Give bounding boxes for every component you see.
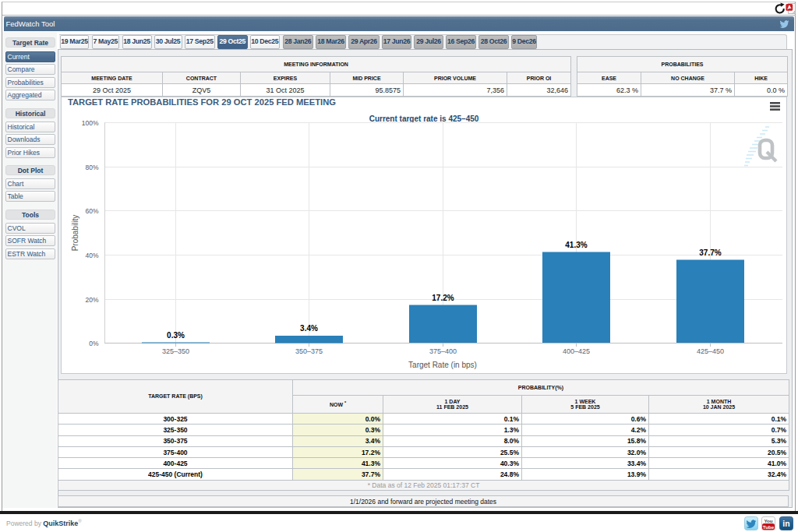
svg-text:40%: 40% [85, 252, 98, 259]
svg-text:in: in [782, 519, 789, 528]
svg-text:60%: 60% [85, 207, 98, 215]
svg-text:400–425: 400–425 [563, 347, 590, 355]
svg-text:425–450: 425–450 [697, 347, 724, 355]
svg-text:37.7%: 37.7% [699, 248, 721, 257]
svg-text:41.3%: 41.3% [565, 241, 587, 249]
svg-text:100%: 100% [82, 119, 99, 127]
svg-text:350–375: 350–375 [295, 347, 323, 355]
svg-text:0.3%: 0.3% [167, 331, 185, 340]
svg-text:80%: 80% [85, 164, 98, 171]
svg-text:20%: 20% [85, 296, 98, 304]
svg-text:3.4%: 3.4% [300, 324, 318, 333]
svg-text:You: You [764, 518, 772, 523]
svg-text:17.2%: 17.2% [432, 294, 454, 302]
svg-text:Target Rate (in bps): Target Rate (in bps) [408, 361, 477, 369]
svg-text:0%: 0% [89, 340, 99, 347]
svg-text:375–400: 375–400 [429, 347, 457, 355]
svg-text:Probability: Probability [71, 215, 79, 252]
svg-text:325–350: 325–350 [162, 347, 189, 355]
svg-text:Tube: Tube [763, 524, 775, 530]
